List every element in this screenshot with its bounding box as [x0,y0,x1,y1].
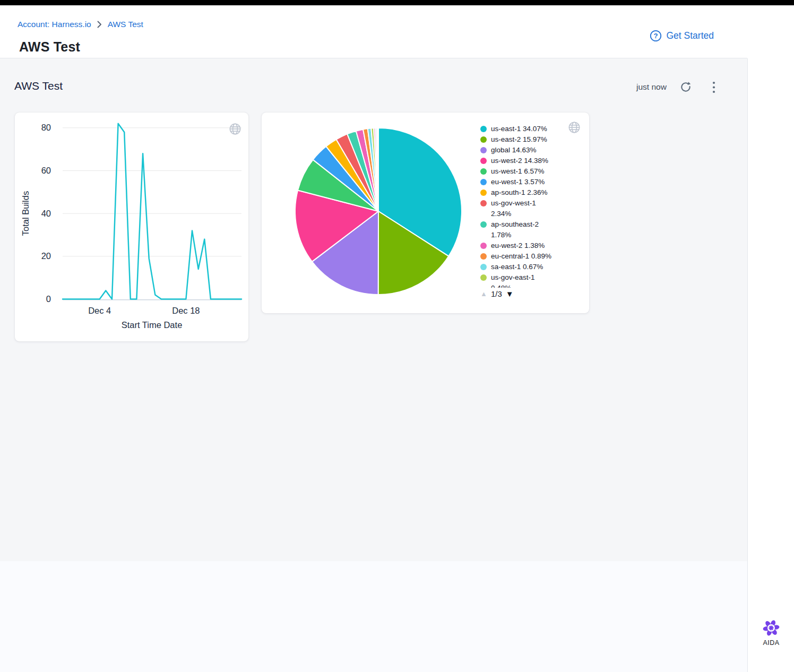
legend-label: ap-southeast-21.78% [491,219,560,240]
pie-slices [295,128,462,295]
legend-label: eu-west-2 1.38% [491,240,560,251]
dashboard-canvas-bottom [0,561,747,672]
svg-text:0: 0 [46,294,51,304]
legend-label: us-west-2 14.38% [491,156,560,166]
dashboard-controls: just now [636,80,715,94]
breadcrumb: Account: Harness.io AWS Test [18,20,143,29]
legend-dot [480,221,487,228]
app-header: Account: Harness.io AWS Test AWS Test ? … [0,5,794,58]
screen: Account: Harness.io AWS Test AWS Test ? … [0,0,794,672]
legend-item-us-gov-west-1[interactable]: us-gov-west-12.34% [480,198,581,219]
globe-icon [228,122,242,138]
get-started-link[interactable]: ? Get Started [650,30,714,42]
breadcrumb-account-link[interactable]: Account: Harness.io [18,20,91,29]
legend-item-ap-southeast-2[interactable]: ap-southeast-21.78% [480,219,581,240]
legend-label: us-west-1 6.57% [491,166,560,177]
legend-dot [480,136,487,143]
legend-dot [480,243,487,249]
legend-item-us-west-1[interactable]: us-west-1 6.57% [480,166,581,177]
globe-icon [567,120,581,136]
legend-page-indicator: 1/3 [491,289,502,298]
legend-item-us-east-1[interactable]: us-east-1 34.07% [480,124,581,134]
line-chart-series [63,124,241,299]
line-chart-card: 020406080Dec 4Dec 18 Total Builds Start … [15,113,248,341]
help-circle-icon: ? [650,30,662,42]
legend-item-global[interactable]: global 14.63% [480,145,581,156]
dashboard-section-title: AWS Test [14,80,63,92]
legend-label: us-gov-east-10.48% [491,272,560,288]
y-axis-title: Total Builds [21,191,30,236]
legend-dot [480,274,487,281]
svg-text:40: 40 [41,209,51,218]
legend-label: us-east-2 15.97% [491,134,560,145]
aida-label: AIDA [763,639,780,647]
svg-text:80: 80 [41,123,51,132]
kebab-menu-button[interactable] [712,81,715,93]
legend-label: us-east-1 34.07% [491,124,560,134]
pie-chart-card: us-east-1 34.07%us-east-2 15.97%global 1… [262,113,589,313]
legend-label: ap-south-1 2.36% [491,187,560,198]
legend-item-eu-central-1[interactable]: eu-central-1 0.89% [480,251,581,262]
aida-assistant-button[interactable]: AIDA [760,619,783,647]
legend-item-us-east-2[interactable]: us-east-2 15.97% [480,134,581,145]
legend-page-up-icon[interactable]: ▲ [480,290,487,298]
legend-label: sa-east-1 0.67% [491,262,560,272]
legend-item-eu-west-2[interactable]: eu-west-2 1.38% [480,240,581,251]
legend-dot [480,189,487,196]
get-started-label: Get Started [667,30,714,41]
pie-legend: us-east-1 34.07%us-east-2 15.97%global 1… [480,124,581,288]
svg-text:20: 20 [41,251,51,261]
svg-text:Dec 18: Dec 18 [172,306,200,315]
legend-label: eu-central-1 0.89% [491,251,560,262]
chevron-right-icon [97,21,102,28]
line-chart-axis-labels: 020406080Dec 4Dec 18 [41,123,200,315]
legend-label: us-gov-west-12.34% [491,198,560,219]
aida-flower-icon [762,619,780,637]
legend-item-sa-east-1[interactable]: sa-east-1 0.67% [480,262,581,272]
legend-dot [480,168,487,175]
legend-pagination: ▲ 1/3 ▼ [480,289,514,298]
top-black-bar [0,0,794,5]
legend-item-ap-south-1[interactable]: ap-south-1 2.36% [480,187,581,198]
legend-dot [480,253,487,260]
legend-dot [480,147,487,153]
legend-label: eu-west-1 3.57% [491,177,560,187]
legend-item-eu-west-1[interactable]: eu-west-1 3.57% [480,177,581,187]
svg-text:60: 60 [41,166,51,175]
legend-item-us-gov-east-1[interactable]: us-gov-east-10.48% [480,272,581,288]
refresh-button[interactable] [680,81,692,93]
legend-dot [480,179,487,185]
total-builds-chart-svg[interactable]: 020406080Dec 4Dec 18 Total Builds Start … [15,113,248,341]
legend-item-us-west-2[interactable]: us-west-2 14.38% [480,156,581,166]
legend-page-down-icon[interactable]: ▼ [506,289,514,298]
legend-dot [480,158,487,164]
legend-dot [480,264,487,270]
svg-text:?: ? [653,32,658,40]
legend-label: global 14.63% [491,145,560,156]
x-axis-title: Start Time Date [122,320,183,330]
page-title: AWS Test [19,39,80,55]
breadcrumb-current-link[interactable]: AWS Test [108,20,143,29]
legend-dot [480,200,487,206]
refreshed-status: just now [636,82,667,92]
right-rail: AIDA [747,58,794,672]
legend-dot [480,126,487,132]
svg-text:Dec 4: Dec 4 [88,306,111,315]
